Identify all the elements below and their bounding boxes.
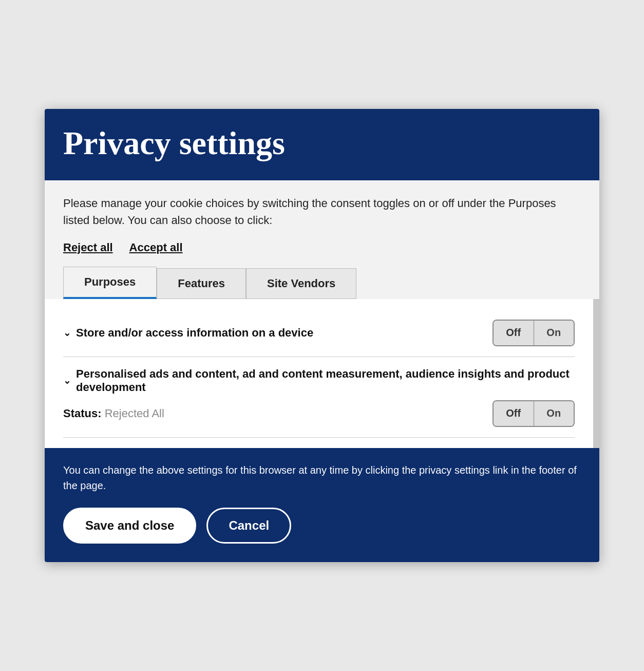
cancel-button[interactable]: Cancel	[206, 508, 291, 544]
privacy-settings-modal: Privacy settings Please manage your cook…	[45, 109, 599, 562]
tab-purposes[interactable]: Purposes	[63, 267, 157, 299]
page-title: Privacy settings	[63, 125, 581, 161]
purpose-title-store-access: ⌄ Store and/or access information on a d…	[63, 326, 493, 340]
reject-all-button[interactable]: Reject all	[63, 241, 113, 254]
modal-body: Please manage your cookie choices by swi…	[45, 180, 599, 299]
save-and-close-button[interactable]: Save and close	[63, 508, 196, 544]
toggle-off-store-access[interactable]: Off	[494, 321, 534, 345]
tab-site-vendors[interactable]: Site Vendors	[246, 268, 356, 299]
purpose-item-store-access: ⌄ Store and/or access information on a d…	[63, 309, 575, 357]
status-value: Rejected All	[105, 407, 164, 420]
tab-features[interactable]: Features	[157, 268, 246, 299]
footer-note: You can change the above settings for th…	[63, 462, 581, 493]
quick-actions: Reject all Accept all	[63, 241, 581, 254]
purpose-item-personalised-ads: ⌄ Personalised ads and content, ad and c…	[63, 357, 575, 438]
content-area: ⌄ Store and/or access information on a d…	[45, 299, 599, 448]
modal-footer: You can change the above settings for th…	[45, 448, 599, 562]
scrollable-content: ⌄ Store and/or access information on a d…	[45, 299, 599, 448]
modal-header: Privacy settings	[45, 109, 599, 180]
toggle-store-access: Off On	[493, 320, 575, 346]
toggle-on-store-access[interactable]: On	[534, 321, 574, 345]
purpose-row-personalised-ads: ⌄ Personalised ads and content, ad and c…	[63, 367, 575, 394]
tabs-row: Purposes Features Site Vendors	[63, 267, 581, 299]
toggle-on-personalised-ads[interactable]: On	[534, 401, 574, 426]
accept-all-button[interactable]: Accept all	[129, 241, 183, 254]
toggle-personalised-ads: Off On	[493, 400, 575, 427]
purpose-title-personalised-ads: ⌄ Personalised ads and content, ad and c…	[63, 367, 575, 394]
purpose-row: ⌄ Store and/or access information on a d…	[63, 320, 575, 346]
chevron-icon[interactable]: ⌄	[63, 327, 71, 339]
footer-buttons: Save and close Cancel	[63, 508, 581, 544]
description-text: Please manage your cookie choices by swi…	[63, 195, 581, 229]
status-row-personalised-ads: Status: Rejected All Off On	[63, 400, 575, 427]
status-text: Status: Rejected All	[63, 407, 164, 420]
toggle-off-personalised-ads[interactable]: Off	[494, 401, 534, 426]
chevron-icon-2[interactable]: ⌄	[63, 375, 71, 386]
